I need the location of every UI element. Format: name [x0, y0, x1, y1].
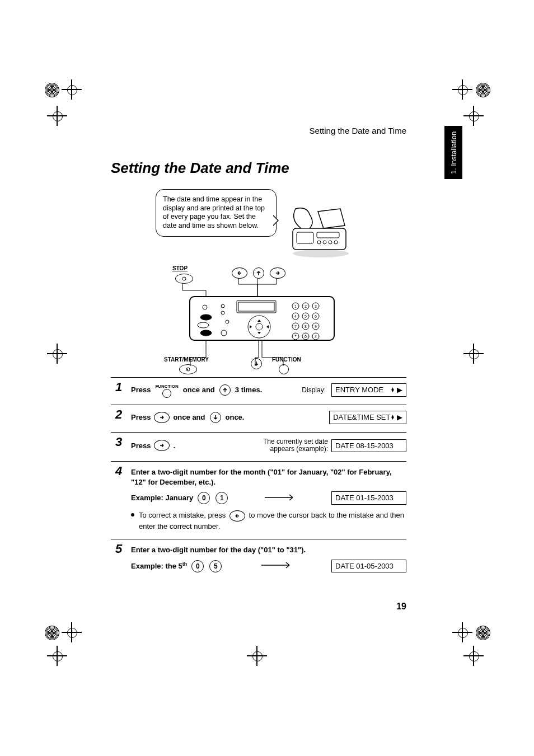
step-number: 2: [115, 407, 122, 422]
svg-text:3: 3: [315, 304, 317, 308]
down-arrow-icon: [250, 358, 263, 369]
svg-text:7: 7: [294, 325, 297, 328]
start-memory-button-icon: [179, 364, 197, 374]
crop-mark: [45, 73, 78, 106]
bullet-icon: [131, 513, 134, 516]
lcd-display: ENTRY MODE▲▼ ▶: [331, 383, 406, 397]
step-number: 5: [115, 542, 122, 556]
page-title: Setting the Date and Time: [111, 159, 406, 177]
text: once and: [173, 412, 205, 422]
keypad-key-1-icon: 1: [216, 492, 228, 504]
page-number: 19: [396, 602, 406, 612]
text: Press: [131, 441, 151, 451]
keypad-key-0-icon: 0: [191, 560, 204, 572]
svg-text:9: 9: [315, 325, 317, 328]
crop-mark: [450, 649, 484, 683]
side-tab-installation: 1. Installation: [444, 126, 462, 179]
right-arrow-icon: [154, 440, 170, 451]
arrow-right-icon: [260, 561, 294, 571]
down-arrow-icon: [210, 412, 221, 423]
svg-point-0: [293, 250, 349, 257]
svg-point-6: [329, 241, 332, 244]
up-arrow-icon: [219, 384, 231, 396]
svg-point-4: [317, 241, 321, 244]
left-arrow-icon: [229, 510, 245, 522]
text: Press: [131, 412, 151, 422]
crop-mark: [50, 109, 84, 143]
svg-point-7: [334, 241, 338, 244]
svg-rect-3: [317, 232, 339, 238]
text: Press: [131, 385, 151, 395]
step-3: 3 Press . The currently set dateappears …: [111, 432, 406, 462]
lcd-display: DATE&TIME SET▲▼ ▶: [329, 411, 406, 424]
fax-machine-illustration: [284, 203, 357, 261]
svg-text:4: 4: [294, 314, 297, 318]
step-number: 1: [115, 380, 122, 395]
crop-mark: [50, 649, 84, 683]
step-4: 4 Enter a two-digit number for the month…: [111, 461, 406, 539]
keypad-key-5-icon: 5: [209, 560, 222, 572]
text: once and: [183, 385, 215, 395]
control-panel-diagram: STOP: [111, 265, 406, 377]
svg-text:*: *: [294, 334, 297, 339]
label-function: FUNCTION: [272, 356, 301, 363]
text: 3 times.: [235, 385, 262, 395]
svg-rect-2: [297, 232, 313, 243]
note-text: The currently set dateappears (example):: [263, 438, 328, 454]
lcd-display: DATE 08-15-2003: [331, 439, 406, 453]
crop-mark: [45, 616, 78, 649]
keypad-key-0-icon: 0: [198, 492, 210, 504]
lcd-display: DATE 01-05-2003: [331, 560, 406, 573]
text: once.: [226, 412, 245, 422]
step-number: 3: [115, 435, 122, 449]
lcd-display: DATE 01-15-2003: [331, 491, 406, 505]
label-start-memory: START/MEMORY: [164, 356, 209, 363]
svg-text:5: 5: [305, 314, 307, 318]
svg-text:2: 2: [305, 304, 307, 308]
running-header: Setting the Date and Time: [310, 126, 406, 135]
function-button-icon: [278, 364, 290, 374]
svg-text:0: 0: [305, 335, 307, 339]
svg-point-16: [200, 330, 212, 336]
text: Enter a two-digit number for the month (…: [131, 468, 392, 486]
svg-text:#: #: [315, 335, 317, 339]
side-tab-label: 1. Installation: [449, 131, 458, 174]
svg-text:6: 6: [315, 314, 317, 318]
fax-top-view: 1 2 3 4 5 6 7 8 9 * 0 #: [189, 296, 335, 346]
step-2: 2 Press once and once. DATE&TIME SET▲▼ ▶: [111, 405, 406, 432]
crop-mark: [250, 649, 284, 683]
step-5: 5 Enter a two-digit number for the day (…: [111, 539, 406, 580]
crop-mark: [456, 73, 489, 106]
function-button-icon: FUNCTION: [155, 384, 178, 398]
text: Enter a two-digit number for the day ("0…: [131, 546, 306, 554]
step-1: 1 Press FUNCTION once and 3 times. Displ…: [111, 377, 406, 405]
text: Example: the 5th: [131, 561, 187, 571]
step-number: 4: [115, 464, 122, 478]
crop-mark: [450, 347, 484, 381]
intro-bubble: The date and time appear in the display …: [156, 189, 277, 237]
svg-text:1: 1: [294, 304, 297, 308]
text: .: [173, 441, 175, 451]
arrow-right-icon: [264, 494, 297, 504]
bullet-text: To correct a mistake, press to move the …: [139, 510, 406, 532]
svg-point-13: [200, 314, 212, 320]
text: Example: January: [131, 493, 193, 503]
display-label: Display:: [302, 386, 326, 395]
crop-mark: [50, 347, 84, 381]
crop-mark: [456, 616, 489, 649]
right-arrow-icon: [154, 412, 170, 423]
svg-text:8: 8: [305, 325, 307, 328]
svg-point-5: [323, 241, 326, 244]
